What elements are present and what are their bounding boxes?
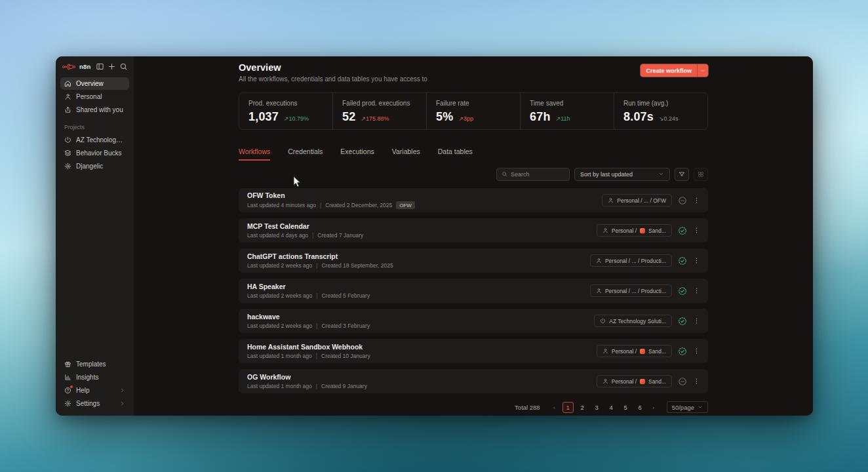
search-box[interactable] xyxy=(496,168,570,181)
sort-label: Sort by last updated xyxy=(580,171,654,178)
pagination: Total 288 ‹ 123456 › 50/page xyxy=(239,401,708,416)
sidebar-item-personal[interactable]: Personal xyxy=(60,90,129,103)
workflow-created: Created 18 September, 2025 xyxy=(321,262,393,269)
workflow-status-toggle[interactable] xyxy=(678,286,687,296)
sidebar-item-label: Insights xyxy=(76,374,125,381)
view-options-button[interactable] xyxy=(694,168,708,181)
sidebar-item-help[interactable]: Help xyxy=(60,384,129,397)
workflow-updated: Last updated 2 weeks ago xyxy=(247,262,312,269)
workflow-status-toggle[interactable] xyxy=(678,317,687,326)
workflow-owner-pill[interactable]: Personal / Sand... xyxy=(597,224,672,237)
workflow-tag[interactable]: OFW xyxy=(396,201,415,209)
kebab-menu-icon[interactable] xyxy=(693,227,700,234)
kebab-menu-icon[interactable] xyxy=(693,347,700,355)
workflow-card[interactable]: Home Assistant Sandbox Webhook Last upda… xyxy=(239,339,708,363)
sidebar-item-behavior-bucks[interactable]: Behavior Bucks xyxy=(60,147,129,159)
workflow-card[interactable]: OG Workflow Last updated 1 month ago | C… xyxy=(239,369,708,393)
sidebar-item-label: Help xyxy=(76,387,115,394)
tab-variables[interactable]: Variables xyxy=(392,148,420,161)
workflow-status-toggle[interactable] xyxy=(678,256,687,266)
kebab-menu-icon[interactable] xyxy=(693,378,700,385)
workflow-owner-pill[interactable]: AZ Technology Soluti... xyxy=(594,315,672,327)
workflow-meta: Last updated 4 minutes ago | Created 2 D… xyxy=(247,201,415,209)
stat-delta: ↘0.24s xyxy=(659,115,679,122)
sidebar-item-insights[interactable]: Insights xyxy=(60,371,129,384)
tabs: WorkflowsCredentialsExecutionsVariablesD… xyxy=(239,148,708,161)
page-button-3[interactable]: 3 xyxy=(591,402,602,413)
sidebar-item-label: Shared with you xyxy=(76,106,125,113)
page-button-6[interactable]: 6 xyxy=(635,402,646,413)
workflow-status-toggle[interactable] xyxy=(678,347,687,356)
workflow-card[interactable]: MCP Test Calendar Last updated 4 days ag… xyxy=(239,218,708,243)
notification-dot xyxy=(70,385,73,388)
sidebar-item-templates[interactable]: Templates xyxy=(60,358,129,370)
person-icon xyxy=(602,227,608,233)
owner-text: AZ Technology Soluti... xyxy=(609,318,666,324)
stat-card-run-time-avg: Run time (avg.) 8.07s ↘0.24s xyxy=(614,93,707,129)
sidebar-item-label: Settings xyxy=(76,400,115,407)
person-icon xyxy=(602,348,608,354)
stat-card-prod-executions: Prod. executions 1,037 ↗10.79% xyxy=(239,93,332,129)
sidebar-projects: AZ Technology Solut... Behavior Bucks Dj… xyxy=(60,134,129,173)
main-area: Overview All the workflows, credentials … xyxy=(134,56,813,416)
sidebar-item-shared-with-you[interactable]: Shared with you xyxy=(60,104,129,116)
tab-workflows[interactable]: Workflows xyxy=(239,148,270,161)
workflow-owner-pill[interactable]: Personal / ... / Producti... xyxy=(590,254,672,267)
sidebar-item-overview[interactable]: Overview xyxy=(60,77,129,90)
owner-text: Personal / xyxy=(612,348,637,355)
search-input[interactable] xyxy=(511,171,564,178)
workflow-owner-pill[interactable]: Personal / Sand... xyxy=(597,375,672,387)
workflow-owner-pill[interactable]: Personal / ... / Producti... xyxy=(590,285,672,297)
create-workflow-label[interactable]: Create workflow xyxy=(641,64,697,77)
prev-page-button[interactable]: ‹ xyxy=(550,404,559,411)
kebab-menu-icon[interactable] xyxy=(693,197,700,204)
page-buttons: 123456 xyxy=(562,402,646,413)
page-title: Overview xyxy=(239,62,427,73)
stat-label: Run time (avg.) xyxy=(623,100,698,107)
add-icon[interactable] xyxy=(108,62,116,71)
create-workflow-dropdown[interactable] xyxy=(697,64,708,77)
sidebar-item-settings[interactable]: Settings xyxy=(60,397,129,410)
tab-executions[interactable]: Executions xyxy=(340,148,374,161)
workflow-status-toggle[interactable] xyxy=(678,377,687,386)
filter-button[interactable] xyxy=(675,168,689,181)
stat-value: 67h xyxy=(530,110,551,124)
workflow-meta: Last updated 2 weeks ago | Created 5 Feb… xyxy=(247,292,370,299)
power-icon xyxy=(64,136,71,144)
kebab-menu-icon[interactable] xyxy=(693,317,700,324)
workflow-card[interactable]: HA Speaker Last updated 2 weeks ago | Cr… xyxy=(239,279,708,303)
workflow-meta: Last updated 2 weeks ago | Created 18 Se… xyxy=(247,262,393,269)
workflow-card[interactable]: hackwave Last updated 2 weeks ago | Crea… xyxy=(239,309,708,333)
page-subtitle: All the workflows, credentials and data … xyxy=(239,75,427,83)
next-page-button[interactable]: › xyxy=(649,404,658,411)
sidebar-item-djangelic[interactable]: Djangelic xyxy=(60,160,129,172)
sidebar-item-label: Personal xyxy=(76,93,125,100)
per-page-dropdown[interactable]: 50/page xyxy=(667,401,708,413)
sidebar-item-az-technology-solut[interactable]: AZ Technology Solut... xyxy=(60,134,129,146)
sort-dropdown[interactable]: Sort by last updated xyxy=(574,168,670,181)
workflow-name: OG Workflow xyxy=(247,373,367,381)
stat-card-failure-rate: Failure rate 5% ↗3pp xyxy=(426,93,520,129)
stat-card-time-saved: Time saved 67h ↗11h xyxy=(520,93,614,129)
tab-credentials[interactable]: Credentials xyxy=(288,148,323,161)
tab-data-tables[interactable]: Data tables xyxy=(438,148,473,161)
collapse-panel-icon[interactable] xyxy=(96,62,104,71)
workflow-status-toggle[interactable] xyxy=(678,196,687,205)
workflow-owner-pill[interactable]: Personal / Sand... xyxy=(597,345,672,357)
page-button-1[interactable]: 1 xyxy=(562,402,574,413)
meta-separator: | xyxy=(316,292,317,299)
kebab-menu-icon[interactable] xyxy=(693,287,700,294)
workflow-owner-pill[interactable]: Personal / ... / OFW xyxy=(602,194,672,206)
page-button-5[interactable]: 5 xyxy=(620,402,631,413)
workflow-status-toggle[interactable] xyxy=(678,226,687,235)
workflow-card[interactable]: ChatGPT actions Transcript Last updated … xyxy=(239,248,708,273)
kebab-menu-icon[interactable] xyxy=(693,257,700,264)
search-icon[interactable] xyxy=(119,62,128,71)
meta-separator: | xyxy=(312,232,313,239)
page-button-4[interactable]: 4 xyxy=(606,402,617,413)
workflow-meta: Last updated 4 days ago | Created 7 Janu… xyxy=(247,232,363,239)
stat-delta: ↗3pp xyxy=(458,115,473,122)
workflow-card[interactable]: OFW Token Last updated 4 minutes ago | C… xyxy=(239,188,708,212)
create-workflow-button[interactable]: Create workflow xyxy=(641,64,708,77)
page-button-2[interactable]: 2 xyxy=(577,402,588,413)
